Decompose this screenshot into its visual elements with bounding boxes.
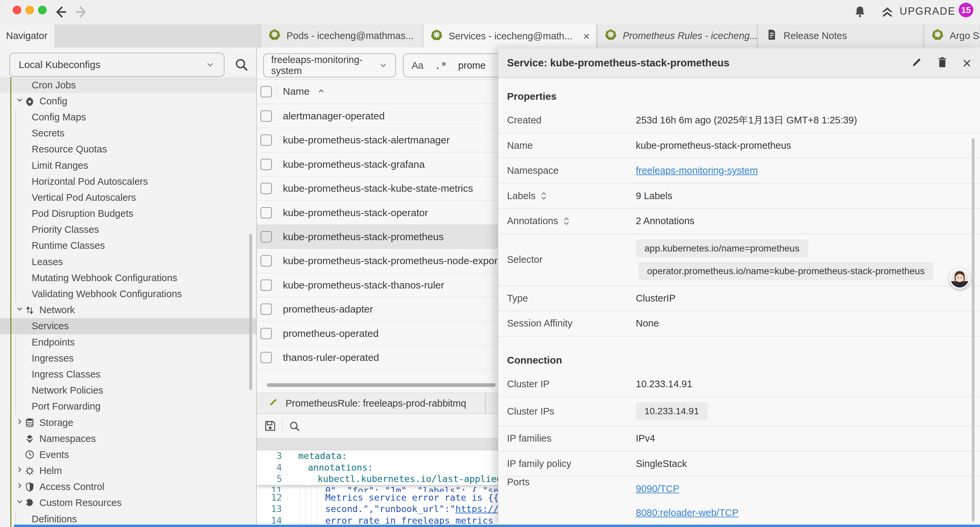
detail-panel-scrollbar[interactable]	[972, 138, 975, 522]
sidebar-item-config[interactable]: Config	[0, 93, 256, 109]
line-number: 11	[257, 485, 282, 492]
app-tab-release-notes[interactable]: Release Notes	[758, 24, 923, 47]
close-tab-icon[interactable]: ×	[583, 30, 590, 42]
navigator-panel-tab[interactable]: Navigator	[0, 24, 54, 47]
row-checkbox[interactable]	[261, 255, 272, 266]
sidebar-item-runtime-classes[interactable]: Runtime Classes	[0, 238, 256, 254]
app-tab-argo-se[interactable]: Argo Se	[924, 24, 980, 47]
sidebar-tree: Cron Jobs ConfigConfig MapsSecretsResour…	[0, 77, 256, 527]
app-window: UPGRADE 15 Navigator Pods - icecheng@mat…	[0, 0, 980, 527]
sort-toggle-icon[interactable]	[563, 216, 570, 226]
app-tab-services-icecheng-math[interactable]: Services - icecheng@math...×	[423, 24, 597, 48]
sidebar-item-ingress-classes[interactable]: Ingress Classes	[0, 366, 256, 382]
app-tab-pods-icecheng-mathmas[interactable]: Pods - icecheng@mathmas...	[261, 24, 423, 47]
forward-button[interactable]	[74, 4, 89, 20]
shield-icon	[25, 482, 36, 492]
notification-count-badge[interactable]: 15	[959, 3, 973, 18]
helm-icon	[25, 466, 36, 476]
close-icon[interactable]: ×	[963, 56, 971, 71]
sidebar-item-mutating-webhook-configurations[interactable]: Mutating Webhook Configurations	[0, 270, 256, 286]
back-button[interactable]	[53, 4, 68, 20]
sidebar-item-namespaces[interactable]: Namespaces	[0, 431, 256, 447]
row-checkbox[interactable]	[261, 280, 272, 291]
row-checkbox[interactable]	[261, 328, 272, 339]
regex-toggle[interactable]: .*	[434, 60, 447, 72]
chevron-right-icon[interactable]	[15, 417, 25, 428]
sidebar-item-label: Mutating Webhook Configurations	[32, 272, 177, 283]
port-link[interactable]: 9090/TCP	[636, 483, 679, 494]
port-link[interactable]: 8080:reloader-web/TCP	[636, 507, 738, 518]
sidebar-item-endpoints[interactable]: Endpoints	[0, 334, 256, 350]
sidebar-scrollbar[interactable]	[249, 234, 252, 390]
sidebar-item-services[interactable]: Services	[0, 318, 256, 334]
kubeconfig-selector-value: Local Kubeconfigs	[19, 59, 100, 70]
delete-trash-icon[interactable]	[937, 57, 948, 69]
property-label: Created	[498, 115, 636, 126]
row-checkbox[interactable]	[261, 159, 272, 170]
namespace-filter-dropdown[interactable]: freeleaps-monitoring-system	[263, 53, 396, 77]
row-checkbox[interactable]	[261, 352, 272, 363]
pencil-icon	[268, 397, 278, 409]
service-name: kube-prometheus-stack-alertmanager	[283, 134, 450, 146]
sidebar-item-network-policies[interactable]: Network Policies	[0, 382, 256, 399]
editor-tab-title: PrometheusRule: freeleaps-prod-rabbitmq	[286, 398, 466, 409]
sidebar-item-vertical-pod-autoscalers[interactable]: Vertical Pod Autoscalers	[0, 189, 256, 205]
sidebar-item-resource-quotas[interactable]: Resource Quotas	[0, 142, 256, 158]
sort-toggle-icon[interactable]	[540, 191, 547, 201]
sidebar-item-label: Helm	[39, 465, 62, 476]
sidebar-item-label: Access Control	[39, 481, 104, 492]
sidebar-item-label: Pod Disruption Budgets	[32, 208, 134, 219]
sidebar-item-limit-ranges[interactable]: Limit Ranges	[0, 158, 256, 174]
code-text: Metrics service error rate is {{ $va	[325, 492, 520, 504]
sidebar-item-validating-webhook-configurations[interactable]: Validating Webhook Configurations	[0, 286, 256, 302]
kubeconfig-selector[interactable]: Local Kubeconfigs	[10, 53, 224, 77]
row-checkbox[interactable]	[261, 231, 272, 242]
column-header-name[interactable]: Name	[283, 86, 326, 97]
sidebar-item-events[interactable]: Events	[0, 447, 256, 463]
sidebar-item-pod-disruption-budgets[interactable]: Pod Disruption Budgets	[0, 206, 256, 222]
sidebar-search-icon[interactable]	[234, 57, 250, 74]
namespace-link[interactable]: freeleaps-monitoring-system	[636, 165, 758, 176]
editor-tab-prometheusrule[interactable]: PrometheusRule: freeleaps-prod-rabbitmq	[257, 393, 486, 414]
sidebar-item-helm[interactable]: Helm	[0, 463, 256, 479]
horizontal-scrollbar[interactable]	[267, 383, 496, 387]
sidebar-item-cron-jobs[interactable]: Cron Jobs	[0, 77, 256, 93]
avatar[interactable]	[949, 268, 970, 289]
sidebar-item-ingresses[interactable]: Ingresses	[0, 350, 256, 366]
sidebar-item-custom-resources[interactable]: Custom Resources	[0, 495, 256, 511]
sidebar-item-horizontal-pod-autoscalers[interactable]: Horizontal Pod Autoscalers	[0, 174, 256, 189]
minimize-window-button[interactable]	[25, 6, 34, 14]
sidebar-item-port-forwarding[interactable]: Port Forwarding	[0, 399, 256, 415]
edit-pencil-icon[interactable]	[911, 57, 922, 69]
upgrade-icon[interactable]	[879, 5, 895, 22]
close-window-button[interactable]	[13, 6, 21, 14]
row-checkbox[interactable]	[261, 134, 272, 146]
row-checkbox[interactable]	[261, 110, 272, 122]
chevron-down-icon[interactable]	[15, 96, 25, 107]
sidebar-item-secrets[interactable]: Secrets	[0, 126, 256, 142]
editor-search-icon[interactable]	[288, 420, 301, 434]
app-tab-prometheus-rules-icecheng[interactable]: Prometheus Rules - icecheng...	[597, 24, 757, 47]
sidebar-item-config-maps[interactable]: Config Maps	[0, 109, 256, 125]
chevron-right-icon[interactable]	[15, 465, 25, 476]
navigator-panel-tab-label: Navigator	[6, 30, 48, 41]
sidebar-item-access-control[interactable]: Access Control	[0, 479, 256, 495]
property-label: Ports	[498, 477, 636, 488]
chevron-right-icon[interactable]	[15, 481, 25, 492]
sidebar-item-priority-classes[interactable]: Priority Classes	[0, 222, 256, 238]
sidebar-item-label: Services	[32, 320, 69, 331]
row-checkbox[interactable]	[261, 207, 272, 218]
chevron-down-icon[interactable]	[15, 497, 25, 508]
upgrade-label[interactable]: UPGRADE	[900, 5, 955, 18]
notifications-bell-icon[interactable]	[853, 5, 867, 21]
maximize-window-button[interactable]	[38, 6, 47, 14]
sidebar-item-network[interactable]: Network	[0, 302, 256, 318]
save-icon[interactable]	[264, 419, 277, 434]
row-checkbox[interactable]	[261, 304, 272, 315]
chevron-down-icon[interactable]	[15, 304, 25, 315]
select-all-checkbox[interactable]	[261, 86, 272, 97]
row-checkbox[interactable]	[261, 183, 272, 194]
match-case-toggle[interactable]: Aa	[412, 60, 423, 71]
sidebar-item-leases[interactable]: Leases	[0, 254, 256, 270]
sidebar-item-storage[interactable]: Storage	[0, 415, 256, 431]
